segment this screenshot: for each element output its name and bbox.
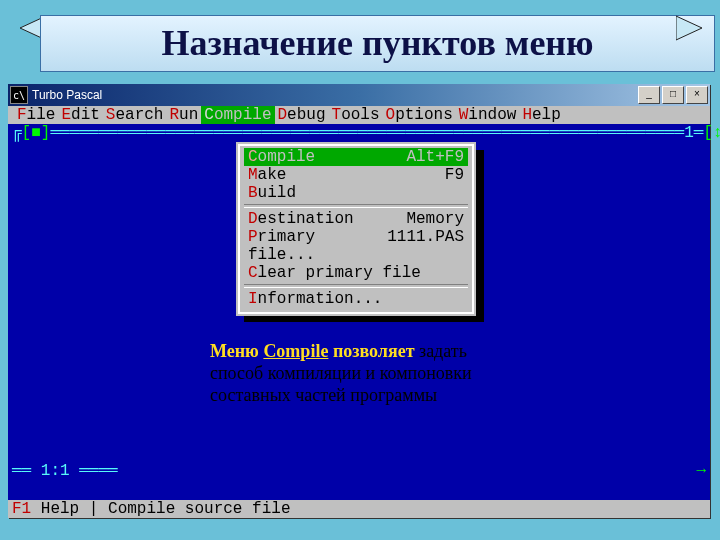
- dropdown-item-destination[interactable]: DestinationMemory: [244, 210, 468, 228]
- compile-menu-dropdown[interactable]: CompileAlt+F9MakeF9BuildDestinationMemor…: [236, 142, 476, 316]
- dropdown-item-information-[interactable]: Information...: [244, 290, 468, 308]
- dos-screen: File Edit Search Run Compile Debug Tools…: [8, 106, 710, 518]
- menu-item-search[interactable]: Search: [103, 106, 167, 124]
- menu-item-window[interactable]: Window: [456, 106, 520, 124]
- dropdown-item-make[interactable]: MakeF9: [244, 166, 468, 184]
- close-button[interactable]: ×: [686, 86, 708, 104]
- editor-border-top: ╔[■]════════════════════════════════════…: [12, 124, 706, 142]
- dropdown-item-build[interactable]: Build: [244, 184, 468, 202]
- status-hint: Compile source file: [108, 500, 290, 518]
- menu-item-edit[interactable]: Edit: [58, 106, 102, 124]
- system-menu-icon[interactable]: c\: [10, 86, 28, 104]
- menu-item-file[interactable]: File: [14, 106, 58, 124]
- arrow-right-icon: [676, 14, 712, 42]
- window-title: Turbo Pascal: [32, 88, 638, 102]
- slide-caption: Меню Compile позволяет задать способ ком…: [210, 340, 520, 406]
- dropdown-item-clear-primary-file[interactable]: Clear primary file: [244, 264, 468, 282]
- caption-lead: Меню Compile позволяет: [210, 341, 419, 361]
- next-slide-button[interactable]: [676, 14, 712, 42]
- menu-item-options[interactable]: Options: [383, 106, 456, 124]
- editor-cursor-pos: ══ 1:1 ════: [12, 462, 118, 480]
- dropdown-item-primary-file-[interactable]: Primary file...1111.PAS: [244, 228, 468, 264]
- dropdown-separator: [244, 284, 468, 288]
- svg-marker-1: [676, 16, 702, 40]
- menubar[interactable]: File Edit Search Run Compile Debug Tools…: [8, 106, 710, 124]
- scroll-right-icon[interactable]: →: [696, 462, 706, 480]
- titlebar[interactable]: c\ Turbo Pascal _ □ ×: [8, 84, 710, 106]
- slide-title: Назначение пунктов меню: [161, 23, 593, 63]
- menu-item-tools[interactable]: Tools: [329, 106, 383, 124]
- minimize-button[interactable]: _: [638, 86, 660, 104]
- dropdown-separator: [244, 204, 468, 208]
- slide-title-banner: Назначение пунктов меню: [40, 15, 715, 72]
- editor-area[interactable]: ╔[■]════════════════════════════════════…: [8, 124, 710, 500]
- status-help-label: Help: [41, 500, 79, 518]
- menu-item-help[interactable]: Help: [519, 106, 563, 124]
- menu-item-debug[interactable]: Debug: [275, 106, 329, 124]
- status-hotkey: F1: [12, 500, 31, 518]
- window-controls: _ □ ×: [638, 86, 708, 104]
- menu-item-run[interactable]: Run: [166, 106, 201, 124]
- dropdown-item-compile[interactable]: CompileAlt+F9: [244, 148, 468, 166]
- menu-item-compile[interactable]: Compile: [201, 106, 274, 124]
- status-bar: F1 Help | Compile source file: [8, 500, 710, 518]
- slide-root: Назначение пунктов меню c\ Turbo Pascal …: [0, 0, 720, 540]
- app-window: c\ Turbo Pascal _ □ × File Edit Search R…: [8, 84, 710, 518]
- maximize-button[interactable]: □: [662, 86, 684, 104]
